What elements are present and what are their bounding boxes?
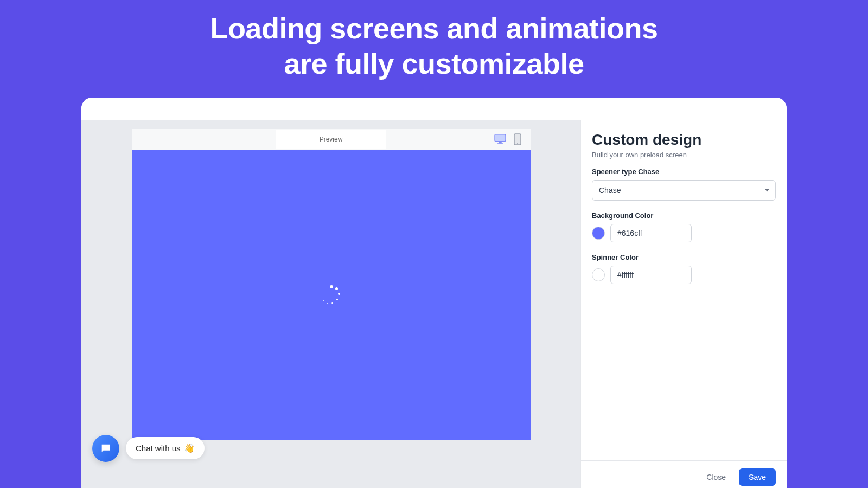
spinner-type-select[interactable]: Chase [592,180,776,201]
save-button[interactable]: Save [739,468,776,486]
close-button[interactable]: Close [699,468,733,486]
spinner-color-group: Spinner Color [592,253,776,284]
chat-widget: Chat with us 👋 [92,435,205,462]
hero-line-2: are fully customizable [284,47,584,80]
background-color-input[interactable] [610,224,692,242]
panel-footer: Close Save [581,460,787,488]
spinner-color-label: Spinner Color [592,253,776,261]
preview-area: Preview [81,120,580,488]
preview-canvas [132,150,531,440]
background-color-swatch[interactable] [592,227,605,240]
preview-tab-label: Preview [320,136,343,143]
preview-header: Preview [132,129,531,150]
spinner-color-row [592,266,776,284]
spinner-color-input[interactable] [610,266,692,284]
panel-title: Custom design [592,131,776,149]
loading-spinner-icon [321,285,341,305]
preview-tab[interactable]: Preview [276,130,386,149]
spinner-type-select-wrapper: Chase [592,180,776,201]
mobile-icon[interactable] [511,133,524,146]
desktop-icon[interactable] [494,133,507,146]
background-color-group: Background Color [592,211,776,242]
spinner-color-swatch[interactable] [592,268,605,281]
spinner-type-label: Speener type Chase [592,168,776,176]
svg-rect-0 [495,134,506,142]
chat-icon [100,442,112,454]
app-topbar [81,98,787,120]
chat-button[interactable] [92,435,119,462]
background-color-label: Background Color [592,211,776,220]
svg-rect-1 [499,141,501,143]
spinner-type-group: Speener type Chase Chase [592,168,776,201]
hero-line-1: Loading screens and animations [210,12,658,44]
preview-container: Preview [132,129,531,440]
svg-point-4 [517,143,518,144]
settings-panel: Custom design Build your own preload scr… [580,120,787,488]
app-window: Preview [81,98,787,488]
app-body: Preview [81,120,787,488]
panel-subtitle: Build your own preload screen [592,151,776,159]
device-toggles [494,133,524,146]
chat-label: Chat with us [136,444,181,453]
hero-title: Loading screens and animations are fully… [0,0,868,98]
settings-content: Custom design Build your own preload scr… [581,120,787,460]
background-color-row [592,224,776,242]
wave-emoji-icon: 👋 [184,443,195,453]
chat-bubble[interactable]: Chat with us 👋 [126,437,205,459]
svg-rect-2 [497,143,503,144]
